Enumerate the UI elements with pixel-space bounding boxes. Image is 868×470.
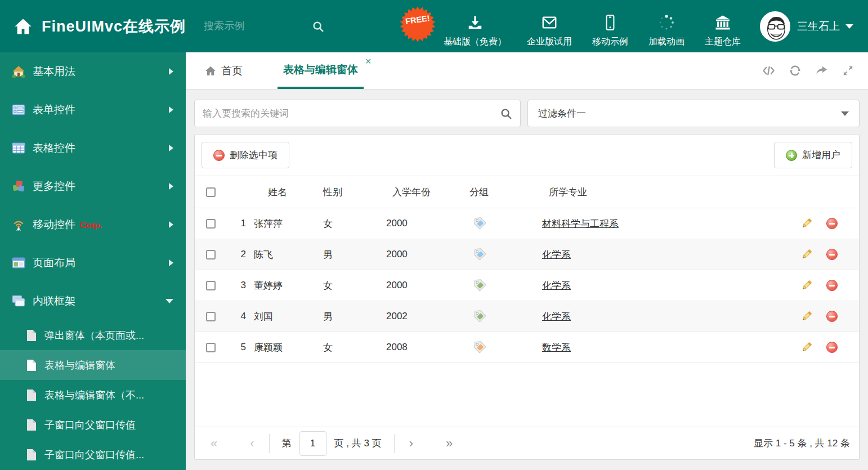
row-checkbox[interactable]: [206, 343, 216, 352]
keyword-search-box: [194, 100, 521, 127]
nav-item-mobile-demo[interactable]: 移动示例: [592, 5, 628, 48]
share-icon[interactable]: [815, 64, 828, 77]
table-row: 4 刘国 男 2002 化学系: [195, 301, 859, 332]
add-user-button[interactable]: 新增用户: [774, 142, 852, 168]
sidebar-item-basic-usage[interactable]: 基本用法: [0, 52, 186, 91]
pagination-summary: 显示 1 - 5 条 , 共 12 条: [754, 437, 850, 450]
home-icon[interactable]: [14, 17, 33, 36]
file-icon: [26, 359, 37, 371]
filter-dropdown-value: 过滤条件一: [538, 107, 841, 120]
minus-circle-icon: [213, 150, 225, 161]
row-checkbox[interactable]: [206, 250, 216, 259]
user-menu[interactable]: 三生石上: [760, 11, 853, 42]
header-search-icon[interactable]: [312, 20, 324, 33]
major-link[interactable]: 化学系: [542, 249, 571, 260]
sidebar-item-grid-controls[interactable]: 表格控件: [0, 129, 186, 167]
delete-row-icon[interactable]: [826, 280, 838, 291]
tab-grid-edit-window[interactable]: 表格与编辑窗体 ✕: [278, 52, 364, 89]
nav-label: 加载动画: [648, 36, 684, 48]
table-row: 2 陈飞 男 2000 化学系: [195, 239, 859, 270]
row-checkbox[interactable]: [206, 281, 216, 290]
table-row: 3 董婷婷 女 2000 化学系: [195, 270, 859, 301]
nav-item-loading-animation[interactable]: 加载动画: [648, 5, 684, 48]
user-name: 三生石上: [797, 19, 840, 34]
nav-item-enterprise-trial[interactable]: 企业版试用: [527, 5, 572, 48]
file-icon: [26, 389, 37, 401]
grid-panel: 删除选中项 新增用户 姓名 性别 入学年份 分组 所学专业 1: [194, 134, 860, 460]
search-icon[interactable]: [500, 108, 512, 120]
free-badge: FREE!: [400, 6, 436, 42]
pagination-bar: « ‹ 第 页 , 共 3 页 › » 显示 1 - 5 条 , 共 12 条: [195, 427, 859, 459]
edit-pencil-icon[interactable]: [800, 279, 813, 292]
edit-pencil-icon[interactable]: [800, 217, 813, 230]
delete-row-icon[interactable]: [826, 311, 838, 322]
delete-row-icon[interactable]: [826, 218, 838, 229]
delete-selected-button[interactable]: 删除选中项: [202, 142, 289, 168]
grid-toolbar: 删除选中项 新增用户: [195, 135, 859, 176]
download-icon: [467, 14, 484, 31]
corp-badge: Corp.: [80, 220, 102, 230]
sidebar-item-inline-frame[interactable]: 内联框架: [0, 282, 186, 320]
edit-pencil-icon[interactable]: [800, 341, 813, 353]
sidebar-subitem-popup-window[interactable]: 弹出窗体（本页面或...: [0, 320, 186, 350]
phone-icon: [603, 14, 618, 31]
sidebar-item-mobile-controls[interactable]: 移动控件 Corp.: [0, 205, 186, 244]
major-link[interactable]: 化学系: [542, 311, 571, 322]
user-avatar: [760, 11, 790, 42]
layout-icon: [11, 256, 26, 270]
pager-divider: [394, 434, 395, 453]
chevron-right-icon: [169, 68, 173, 75]
plus-circle-icon: [786, 150, 797, 161]
major-link[interactable]: 化学系: [542, 280, 571, 291]
home-tab-icon: [205, 65, 216, 77]
tag-icon: [472, 308, 486, 322]
tab-home[interactable]: 首页: [205, 52, 243, 89]
major-link[interactable]: 材料科学与工程系: [542, 218, 619, 229]
major-link[interactable]: 数学系: [542, 342, 571, 353]
chevron-right-icon: [169, 183, 173, 190]
prev-page-button[interactable]: ‹: [243, 436, 261, 451]
edit-pencil-icon[interactable]: [800, 310, 813, 323]
nav-item-theme-repository[interactable]: 主题仓库: [705, 5, 741, 48]
header-search-input[interactable]: [204, 20, 288, 32]
tag-icon: [472, 277, 486, 291]
nav-label: 基础版（免费）: [444, 36, 507, 48]
nav-item-basic-edition[interactable]: FREE! 基础版（免费）: [444, 5, 507, 48]
sidebar-item-more-controls[interactable]: 更多控件: [0, 167, 186, 205]
sidebar-subitem-grid-edit-window-2[interactable]: 表格与编辑窗体（不...: [0, 380, 186, 410]
last-page-button[interactable]: »: [439, 436, 459, 451]
sidebar-subitem-child-to-parent[interactable]: 子窗口向父窗口传值: [0, 410, 186, 440]
nav-label: 移动示例: [592, 36, 628, 48]
cubes-icon: [11, 179, 26, 194]
page-number-input[interactable]: [299, 431, 326, 456]
row-checkbox[interactable]: [206, 219, 216, 229]
form-icon: [11, 102, 26, 117]
refresh-icon[interactable]: [789, 64, 802, 77]
sidebar-subitem-grid-edit-window[interactable]: 表格与编辑窗体: [0, 350, 186, 380]
tag-icon: [472, 339, 486, 353]
expand-icon[interactable]: [842, 64, 854, 77]
next-page-button[interactable]: ›: [402, 436, 420, 451]
delete-row-icon[interactable]: [826, 249, 838, 260]
select-all-checkbox[interactable]: [206, 187, 216, 197]
bank-icon: [714, 14, 732, 31]
source-code-icon[interactable]: [762, 64, 775, 77]
chevron-right-icon: [169, 259, 173, 266]
page-suffix: 页 , 共 3 页: [334, 437, 382, 450]
top-header: FineUIMvc在线示例 FREE! 基础版（免费） 企业版试用 移动示: [0, 0, 868, 52]
file-icon: [26, 329, 37, 342]
first-page-button[interactable]: «: [204, 436, 224, 451]
tab-close-icon[interactable]: ✕: [365, 57, 372, 66]
chevron-right-icon: [169, 221, 173, 228]
edit-pencil-icon[interactable]: [800, 248, 813, 261]
keyword-search-input[interactable]: [203, 108, 500, 119]
sidebar-subitem-child-to-parent-2[interactable]: 子窗口向父窗口传值...: [0, 440, 186, 469]
delete-row-icon[interactable]: [826, 342, 838, 353]
sidebar-item-form-controls[interactable]: 表单控件: [0, 91, 186, 129]
nav-label: 主题仓库: [705, 36, 741, 48]
tag-icon: [472, 216, 486, 229]
content-area: 过滤条件一 删除选中项 新增用户 姓名 性别 入学年份: [186, 89, 868, 460]
row-checkbox[interactable]: [206, 312, 216, 321]
filter-dropdown[interactable]: 过滤条件一: [527, 100, 860, 127]
sidebar-item-page-layout[interactable]: 页面布局: [0, 244, 186, 282]
